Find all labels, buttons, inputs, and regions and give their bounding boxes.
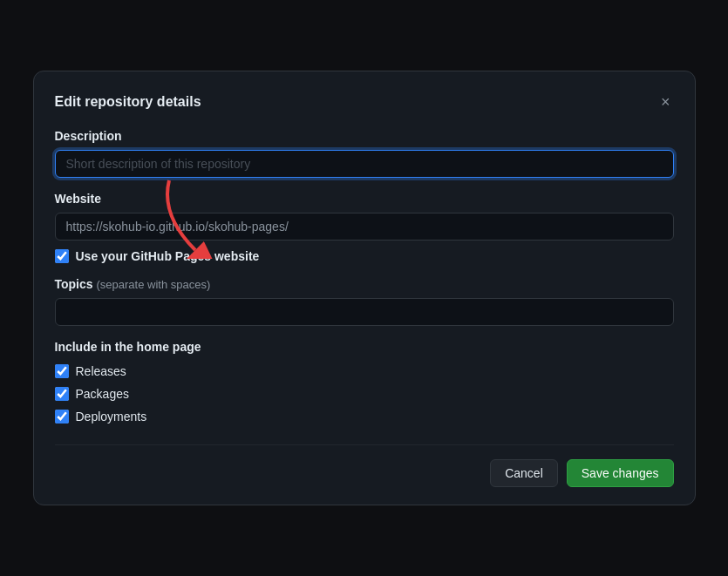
releases-row: Releases xyxy=(55,364,674,378)
releases-label[interactable]: Releases xyxy=(76,364,126,378)
cancel-button[interactable]: Cancel xyxy=(490,459,558,487)
deployments-checkbox[interactable] xyxy=(55,410,69,424)
packages-label[interactable]: Packages xyxy=(76,387,129,401)
edit-repository-dialog: Edit repository details × Description We… xyxy=(33,71,696,505)
website-label: Website xyxy=(55,192,674,206)
save-changes-button[interactable]: Save changes xyxy=(567,459,674,487)
releases-checkbox[interactable] xyxy=(55,364,69,378)
dialog-title: Edit repository details xyxy=(55,94,201,110)
include-section: Include in the home page Releases Packag… xyxy=(55,340,674,424)
packages-checkbox[interactable] xyxy=(55,387,69,401)
packages-row: Packages xyxy=(55,387,674,401)
topics-field-group: Topics (separate with spaces) xyxy=(55,277,674,326)
deployments-label[interactable]: Deployments xyxy=(76,410,147,424)
website-field-group: Website Use your GitHub Pages website xyxy=(55,192,674,263)
dialog-footer: Cancel Save changes xyxy=(55,444,674,487)
description-field-group: Description xyxy=(55,129,674,178)
topics-label: Topics (separate with spaces) xyxy=(55,277,674,291)
github-pages-checkbox-row: Use your GitHub Pages website xyxy=(55,249,674,263)
deployments-row: Deployments xyxy=(55,410,674,424)
topics-sublabel: (separate with spaces) xyxy=(96,278,210,291)
description-input[interactable] xyxy=(55,150,674,178)
include-section-title: Include in the home page xyxy=(55,340,674,354)
website-input[interactable] xyxy=(55,213,674,241)
github-pages-checkbox[interactable] xyxy=(55,249,69,263)
description-label: Description xyxy=(55,129,674,143)
topics-input[interactable] xyxy=(55,298,674,326)
dialog-header: Edit repository details × xyxy=(55,92,674,112)
close-button[interactable]: × xyxy=(657,92,674,112)
github-pages-label[interactable]: Use your GitHub Pages website xyxy=(76,249,260,263)
